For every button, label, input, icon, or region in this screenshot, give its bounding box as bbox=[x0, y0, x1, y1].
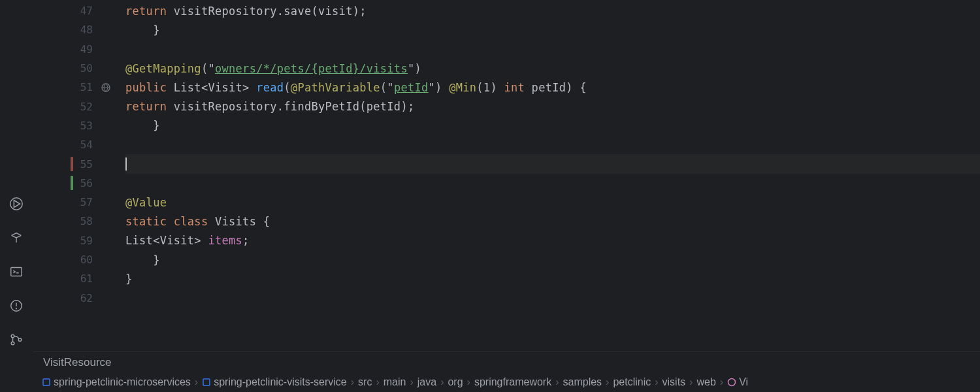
line-number[interactable]: 48 bbox=[74, 24, 93, 36]
line-number[interactable]: 51 bbox=[74, 81, 93, 93]
chevron-right-icon: › bbox=[351, 376, 354, 388]
line-number[interactable]: 49 bbox=[74, 43, 93, 56]
change-marker-modified[interactable] bbox=[71, 157, 73, 171]
chevron-right-icon: › bbox=[467, 376, 470, 388]
breadcrumb-label: org bbox=[448, 376, 463, 388]
breadcrumb-label: spring-petclinic-visits-service bbox=[214, 376, 347, 388]
breadcrumb-item[interactable]: petclinic bbox=[613, 376, 651, 388]
breadcrumb-item[interactable]: samples bbox=[563, 376, 602, 388]
field-name: items bbox=[208, 234, 242, 247]
breadcrumb-label: java bbox=[417, 376, 436, 388]
code-text: } bbox=[125, 272, 133, 286]
annotation: @Value bbox=[125, 196, 167, 209]
chevron-right-icon: › bbox=[689, 376, 693, 388]
chevron-right-icon: › bbox=[655, 376, 658, 388]
identifier: visitRepository bbox=[167, 100, 277, 113]
line-number[interactable]: 52 bbox=[74, 101, 93, 113]
gutter: 47 48 49 50 51 52 53 54 55 56 57 58 59 6… bbox=[33, 0, 98, 351]
module-icon bbox=[202, 378, 211, 387]
punct: { bbox=[263, 215, 270, 228]
svg-rect-11 bbox=[203, 379, 210, 385]
line-number[interactable]: 47 bbox=[74, 5, 93, 17]
svg-point-7 bbox=[11, 342, 14, 345]
chevron-right-icon: › bbox=[555, 376, 559, 388]
line-number[interactable]: 56 bbox=[74, 177, 93, 189]
keyword: return bbox=[125, 5, 167, 18]
breadcrumb-item[interactable]: spring-petclinic-microservices bbox=[42, 376, 191, 388]
breadcrumb-label: main bbox=[384, 376, 406, 388]
line-number[interactable]: 62 bbox=[74, 292, 93, 304]
breadcrumb-item[interactable]: visits bbox=[662, 376, 686, 388]
svg-point-6 bbox=[11, 335, 14, 338]
breadcrumb-class[interactable]: VisitResource bbox=[43, 356, 112, 369]
error-stripe[interactable] bbox=[972, 0, 979, 351]
chevron-right-icon: › bbox=[195, 376, 198, 388]
line-number[interactable]: 54 bbox=[74, 139, 93, 151]
annotation: @Min bbox=[449, 81, 476, 94]
code-text: } bbox=[125, 119, 160, 132]
chevron-right-icon: › bbox=[606, 376, 609, 388]
services-icon[interactable] bbox=[8, 196, 24, 212]
punct: ; bbox=[242, 234, 250, 247]
line-number[interactable]: 53 bbox=[74, 120, 93, 132]
activity-bar bbox=[0, 0, 33, 392]
breadcrumb-label: Vi bbox=[739, 376, 748, 388]
change-marker-added[interactable] bbox=[71, 176, 73, 190]
main-area: 47 48 49 50 51 52 53 54 55 56 57 58 59 6… bbox=[33, 0, 980, 392]
vcs-icon[interactable] bbox=[8, 332, 24, 348]
nav-breadcrumb[interactable]: spring-petclinic-microservices › spring-… bbox=[33, 372, 980, 392]
code-editor[interactable]: 47 48 49 50 51 52 53 54 55 56 57 58 59 6… bbox=[33, 0, 980, 351]
punct: (" bbox=[380, 81, 394, 94]
line-number[interactable]: 50 bbox=[74, 62, 93, 74]
line-number[interactable]: 58 bbox=[74, 215, 93, 227]
line-number[interactable]: 55 bbox=[74, 158, 93, 171]
terminal-icon[interactable] bbox=[8, 264, 24, 280]
breadcrumb-item[interactable]: springframework bbox=[474, 376, 551, 388]
structure-breadcrumb[interactable]: VisitResource bbox=[33, 351, 980, 372]
string-literal: owners/*/pets/{petId}/visits bbox=[215, 62, 408, 75]
keyword: static bbox=[125, 215, 174, 228]
line-number[interactable]: 60 bbox=[74, 253, 93, 266]
breadcrumb-item[interactable]: main bbox=[384, 376, 406, 388]
punct: ( bbox=[284, 81, 291, 94]
breadcrumb-label: visits bbox=[662, 376, 686, 388]
class-icon bbox=[727, 378, 736, 387]
breadcrumb-item[interactable]: web bbox=[696, 376, 715, 388]
current-line[interactable] bbox=[125, 154, 980, 173]
svg-point-12 bbox=[728, 379, 736, 386]
build-icon[interactable] bbox=[8, 230, 24, 246]
breadcrumb-label: spring-petclinic-microservices bbox=[54, 376, 191, 388]
svg-point-8 bbox=[18, 338, 22, 342]
line-number[interactable]: 59 bbox=[74, 235, 93, 247]
punct: ") bbox=[408, 62, 421, 75]
chevron-right-icon: › bbox=[376, 376, 379, 388]
keyword: int bbox=[504, 81, 531, 94]
svg-point-5 bbox=[16, 308, 17, 309]
problems-icon[interactable] bbox=[8, 298, 24, 314]
line-number[interactable]: 57 bbox=[74, 196, 93, 208]
code-area[interactable]: return visitRepository.save(visit); } @G… bbox=[98, 0, 980, 351]
type: List<Visit> bbox=[174, 81, 256, 94]
svg-marker-0 bbox=[14, 201, 20, 208]
breadcrumb-label: samples bbox=[563, 376, 602, 388]
annotation: @GetMapping bbox=[125, 62, 201, 75]
breadcrumb-item[interactable]: spring-petclinic-visits-service bbox=[202, 376, 347, 388]
keyword: class bbox=[174, 215, 215, 228]
code-text: .findByPetId(petId); bbox=[277, 100, 415, 113]
identifier: visitRepository bbox=[167, 5, 277, 18]
punct: ") bbox=[429, 81, 449, 94]
breadcrumb-label: springframework bbox=[474, 376, 551, 388]
breadcrumb-item[interactable]: org bbox=[448, 376, 463, 388]
svg-rect-2 bbox=[11, 268, 22, 276]
caret bbox=[125, 157, 127, 171]
breadcrumb-item[interactable]: src bbox=[358, 376, 372, 388]
line-number[interactable]: 61 bbox=[74, 272, 93, 285]
punct: (1) bbox=[476, 81, 504, 94]
module-icon bbox=[42, 378, 51, 387]
breadcrumb-item[interactable]: Vi bbox=[727, 376, 748, 388]
chevron-right-icon: › bbox=[410, 376, 413, 388]
breadcrumb-item[interactable]: java bbox=[417, 376, 436, 388]
keyword: public bbox=[125, 81, 174, 94]
code-text: } bbox=[125, 253, 160, 267]
string-literal: petId bbox=[394, 81, 429, 94]
